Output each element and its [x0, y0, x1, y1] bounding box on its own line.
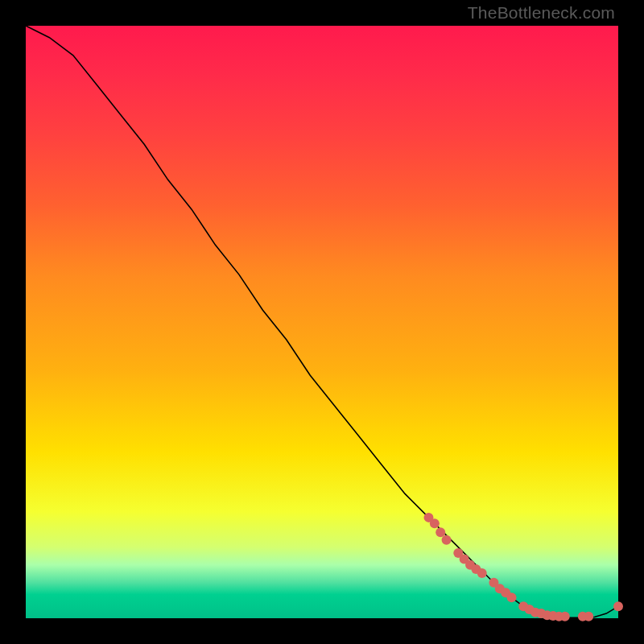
data-point: [430, 518, 440, 528]
chart-container: TheBottleneck.com: [0, 0, 644, 644]
data-point: [507, 592, 517, 602]
curve-group: [26, 26, 623, 621]
data-point: [436, 527, 445, 537]
data-point: [560, 612, 570, 621]
plot-area: [26, 26, 618, 618]
watermark-text: TheBottleneck.com: [468, 3, 615, 23]
data-point: [613, 601, 623, 611]
data-point: [584, 612, 593, 621]
chart-svg: [26, 26, 618, 618]
data-point: [442, 535, 452, 545]
bottleneck-curve: [26, 26, 618, 617]
data-points: [423, 513, 623, 621]
data-point: [477, 568, 487, 578]
